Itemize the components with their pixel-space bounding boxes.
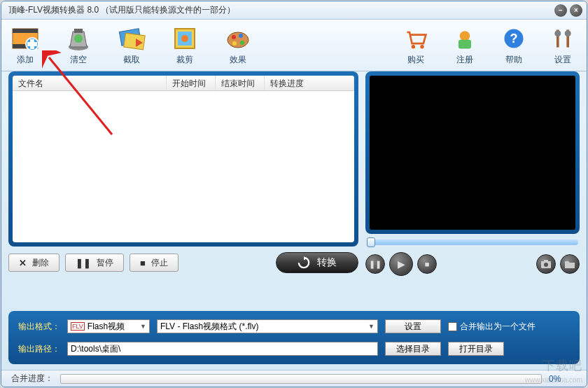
path-label: 输出路径：: [18, 343, 60, 355]
crop-label: 裁剪: [176, 54, 193, 66]
buy-button[interactable]: 购买: [398, 23, 434, 67]
video-preview[interactable]: [370, 76, 575, 230]
svg-point-8: [74, 34, 83, 43]
right-panel: ❚❚ ▶ ■: [365, 71, 580, 305]
chevron-down-icon: ▼: [140, 323, 146, 330]
crop-button[interactable]: 裁剪: [167, 23, 203, 67]
col-progress: 转换进度: [265, 76, 354, 90]
register-button[interactable]: 注册: [447, 23, 483, 67]
help-icon: ?: [500, 25, 528, 53]
flv-badge-icon: FLV: [71, 322, 85, 331]
svg-rect-10: [124, 33, 146, 50]
svg-point-15: [232, 35, 236, 39]
format-type-select[interactable]: FLV Flash视频 ▼: [67, 319, 150, 333]
file-list[interactable]: 文件名 开始时间 结束时间 转换进度: [13, 76, 354, 242]
clear-label: 清空: [70, 54, 87, 66]
help-label: 帮助: [505, 54, 522, 66]
clear-button[interactable]: 清空: [60, 23, 97, 67]
svg-point-28: [565, 30, 571, 36]
register-label: 注册: [456, 54, 473, 66]
effect-button[interactable]: 效果: [220, 23, 256, 67]
titlebar: 顶峰-FLV视频转换器 8.0 （试用版只能转换源文件的一部分） − ×: [1, 1, 587, 20]
col-filename: 文件名: [13, 76, 167, 90]
merge-checkbox[interactable]: [448, 322, 457, 331]
merge-checkbox-label: 合并输出为一个文件: [460, 321, 536, 333]
snapshot-button[interactable]: [536, 254, 556, 274]
player-stop-button[interactable]: ■: [417, 254, 437, 274]
svg-rect-22: [458, 40, 471, 49]
player-pause-button[interactable]: ❚❚: [365, 254, 385, 274]
merge-progress-bar: [60, 374, 542, 384]
slider-thumb[interactable]: [367, 237, 375, 247]
format-ext-select[interactable]: FLV - Flash视频格式 (*.flv) ▼: [157, 319, 378, 333]
open-dir-button[interactable]: 打开目录: [448, 342, 504, 356]
svg-point-18: [232, 41, 237, 46]
preview-container: [365, 71, 580, 234]
svg-point-19: [412, 45, 415, 48]
svg-rect-7: [74, 29, 83, 33]
effect-icon: [224, 25, 252, 53]
delete-button[interactable]: ✕删除: [8, 254, 59, 272]
capture-label: 截取: [123, 54, 140, 66]
capture-icon: [118, 25, 146, 53]
pause-icon: ❚❚: [76, 258, 91, 268]
toolbar-right-group: 购买 注册 ? 帮助 设置: [398, 23, 581, 67]
camera-icon: [541, 260, 551, 268]
window-controls: − ×: [554, 4, 582, 17]
watermark-url: www.xiazaiba.com: [525, 376, 582, 384]
add-label: 添加: [17, 54, 34, 66]
svg-point-13: [181, 35, 188, 42]
output-settings: 输出格式： FLV Flash视频 ▼ FLV - Flash视频格式 (*.f…: [8, 311, 580, 364]
settings-icon: [549, 25, 577, 53]
svg-point-21: [460, 31, 470, 41]
capture-button[interactable]: 截取: [113, 23, 150, 67]
col-start-time: 开始时间: [167, 76, 216, 90]
main-area: 文件名 开始时间 结束时间 转换进度 ✕删除 ❚❚暂停 ■停止 转换: [1, 71, 587, 305]
app-window: 顶峰-FLV视频转换器 8.0 （试用版只能转换源文件的一部分） − × 添加 …: [1, 1, 587, 387]
svg-point-27: [554, 30, 561, 36]
col-end-time: 结束时间: [216, 76, 265, 90]
stop-button[interactable]: ■停止: [130, 254, 178, 272]
settings-label: 设置: [554, 54, 571, 66]
svg-rect-5: [27, 42, 37, 46]
merge-progress-label: 合并进度：: [11, 373, 53, 384]
player-play-button[interactable]: ▶: [389, 252, 413, 276]
svg-text:?: ?: [510, 32, 518, 46]
path-row: 输出路径： D:\tools\桌面\ 选择目录 打开目录: [18, 342, 570, 356]
svg-point-14: [227, 32, 248, 48]
player-controls: ❚❚ ▶ ■: [365, 251, 580, 277]
help-button[interactable]: ? 帮助: [496, 23, 532, 67]
format-settings-button[interactable]: 设置: [385, 319, 441, 333]
buy-label: 购买: [407, 54, 424, 66]
output-path-input[interactable]: D:\tools\桌面\: [67, 342, 378, 356]
delete-icon: ✕: [19, 258, 27, 268]
playback-slider[interactable]: [367, 240, 578, 245]
svg-point-16: [239, 34, 243, 38]
merge-checkbox-wrap[interactable]: 合并输出为一个文件: [448, 321, 536, 333]
open-folder-button[interactable]: [560, 254, 580, 274]
buy-icon: [402, 25, 430, 53]
pause-button[interactable]: ❚❚暂停: [65, 254, 124, 272]
convert-icon: [298, 256, 310, 269]
svg-rect-1: [13, 29, 38, 33]
toolbar-left-group: 添加 清空 截取 裁剪: [7, 23, 256, 67]
file-list-container: 文件名 开始时间 结束时间 转换进度: [8, 71, 358, 247]
window-title: 顶峰-FLV视频转换器 8.0 （试用版只能转换源文件的一部分）: [8, 4, 554, 16]
minimize-button[interactable]: −: [554, 4, 567, 17]
crop-icon: [171, 25, 199, 53]
settings-button[interactable]: 设置: [545, 23, 581, 67]
chevron-down-icon: ▼: [368, 323, 374, 330]
close-button[interactable]: ×: [570, 4, 582, 17]
left-panel: 文件名 开始时间 结束时间 转换进度 ✕删除 ❚❚暂停 ■停止 转换: [8, 71, 358, 305]
register-icon: [451, 25, 479, 53]
list-controls: ✕删除 ❚❚暂停 ■停止 转换: [8, 252, 358, 273]
svg-point-20: [420, 45, 424, 48]
main-toolbar: 添加 清空 截取 裁剪: [1, 20, 587, 71]
watermark-text: 下载吧: [542, 357, 582, 374]
statusbar: 合并进度： 0%: [1, 370, 587, 387]
add-button[interactable]: 添加: [7, 23, 43, 67]
svg-point-17: [240, 41, 244, 45]
convert-button[interactable]: 转换: [276, 252, 358, 273]
choose-dir-button[interactable]: 选择目录: [385, 342, 441, 356]
add-icon: [11, 25, 39, 53]
